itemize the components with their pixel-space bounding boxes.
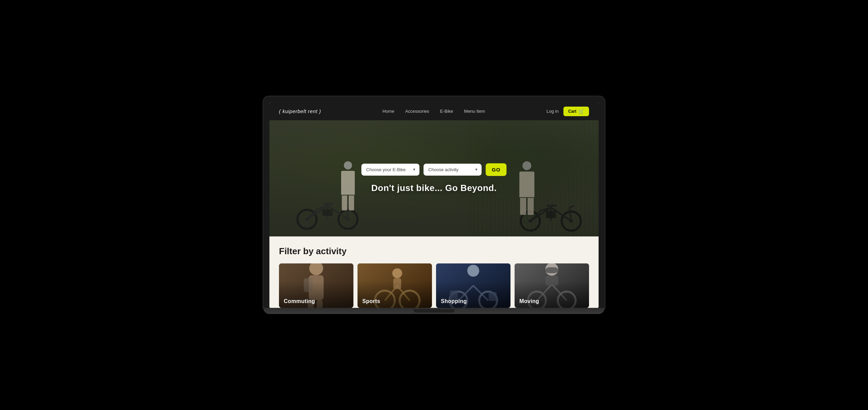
go-button[interactable]: GO [486,163,506,176]
activity-cards-grid: Commuting [279,263,589,308]
card-moving[interactable]: Moving [515,263,589,308]
shopping-overlay: Shopping [436,263,510,308]
login-link[interactable]: Log in [547,109,559,114]
activity-select[interactable]: Choose activity Commuting Sports Shoppin… [423,164,481,176]
laptop-container: ( kuiperbelt rent ) Home Accessories E-B… [263,96,605,314]
nav-menu-item[interactable]: Menu Item [464,109,485,114]
bike-select-wrapper: Choose your E-Bike City Scout Trail Blaz… [361,164,419,176]
moving-label: Moving [519,298,539,304]
nav-accessories[interactable]: Accessories [405,109,429,114]
bike-select[interactable]: Choose your E-Bike City Scout Trail Blaz… [361,164,419,176]
screen-bezel: ( kuiperbelt rent ) Home Accessories E-B… [263,96,605,308]
activity-select-wrapper: Choose activity Commuting Sports Shoppin… [423,164,481,176]
filter-section: Filter by activity [269,236,599,308]
sports-label: Sports [362,298,380,304]
hero-controls: Choose your E-Bike City Scout Trail Blaz… [361,163,506,193]
laptop-base [263,308,605,314]
hero-selects-row: Choose your E-Bike City Scout Trail Blaz… [361,163,506,176]
nav-home[interactable]: Home [382,109,394,114]
sports-overlay: Sports [358,263,432,308]
laptop-hinge [414,309,454,313]
filter-title: Filter by activity [279,246,589,257]
card-sports[interactable]: Sports [358,263,432,308]
card-commuting[interactable]: Commuting [279,263,353,308]
shopping-label: Shopping [441,298,467,304]
hero-section: Choose your E-Bike City Scout Trail Blaz… [269,120,599,236]
card-shopping[interactable]: Shopping [436,263,510,308]
cart-label: Cart [568,109,576,114]
screen-content: ( kuiperbelt rent ) Home Accessories E-B… [269,102,599,308]
site-logo[interactable]: ( kuiperbelt rent ) [279,108,321,114]
cart-icon: 🛒 [578,109,584,114]
cart-button[interactable]: Cart 🛒 [563,107,589,116]
commuting-overlay: Commuting [279,263,353,308]
navigation: ( kuiperbelt rent ) Home Accessories E-B… [269,102,599,120]
nav-links: Home Accessories E-Bike Menu Item [382,109,485,114]
hero-tagline: Don't just bike... Go Beyond. [371,183,496,193]
commuting-label: Commuting [284,298,315,304]
moving-overlay: Moving [515,263,589,308]
nav-right: Log in Cart 🛒 [547,107,589,116]
nav-ebike[interactable]: E-Bike [440,109,453,114]
